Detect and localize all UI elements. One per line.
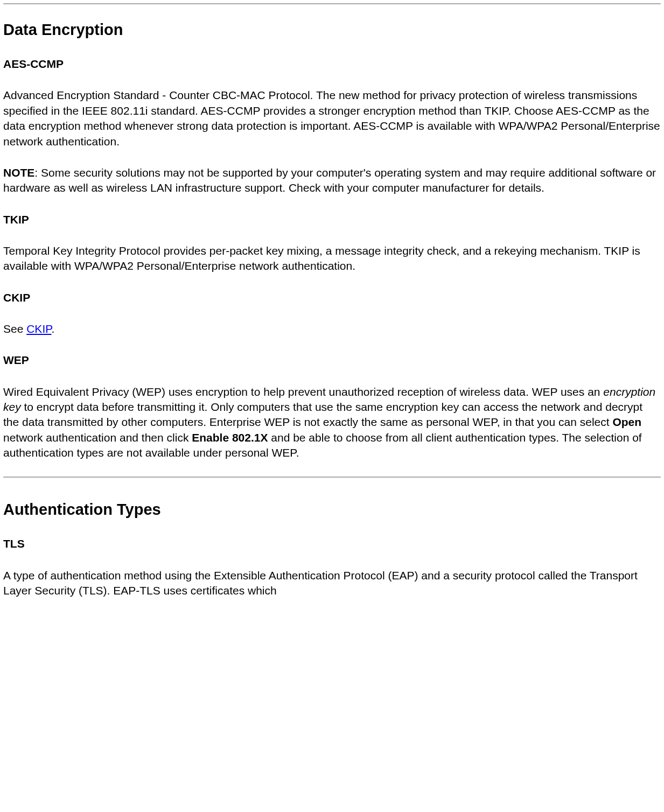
ckip-suffix: . — [52, 323, 55, 335]
top-divider — [3, 3, 661, 4]
wep-bold-enable: Enable 802.1X — [192, 431, 268, 444]
note-body: : Some security solutions may not be sup… — [3, 166, 656, 194]
wep-part2: to encrypt data before transmitting it. … — [3, 401, 642, 428]
ckip-prefix: See — [3, 323, 26, 335]
ckip-link[interactable]: CKIP — [26, 323, 51, 335]
wep-bold-open: Open — [612, 416, 641, 428]
wep-part3: network authentication and then click — [3, 431, 192, 444]
subheading-tkip: TKIP — [3, 212, 661, 227]
subheading-aes-ccmp: AES-CCMP — [3, 57, 661, 72]
subheading-tls: TLS — [3, 536, 661, 551]
wep-part1: Wired Equivalent Privacy (WEP) uses encr… — [3, 386, 603, 398]
paragraph-tls: A type of authentication method using th… — [3, 568, 661, 599]
paragraph-note: NOTE: Some security solutions may not be… — [3, 165, 661, 196]
paragraph-wep: Wired Equivalent Privacy (WEP) uses encr… — [3, 384, 661, 461]
paragraph-tkip: Temporal Key Integrity Protocol provides… — [3, 243, 661, 274]
section-divider — [3, 477, 661, 478]
section-heading-authentication-types: Authentication Types — [3, 499, 661, 520]
paragraph-aes-ccmp: Advanced Encryption Standard - Counter C… — [3, 88, 661, 149]
note-label: NOTE — [3, 166, 34, 179]
subheading-wep: WEP — [3, 353, 661, 368]
section-heading-data-encryption: Data Encryption — [3, 19, 661, 40]
subheading-ckip: CKIP — [3, 290, 661, 305]
paragraph-ckip: See CKIP. — [3, 321, 661, 337]
